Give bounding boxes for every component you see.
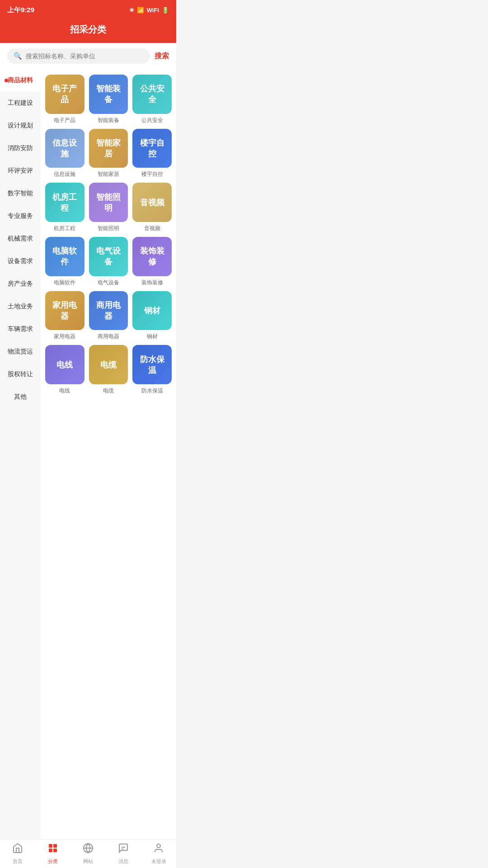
svg-rect-1 — [53, 844, 57, 848]
grid-label-machine-room: 机房工程 — [54, 225, 75, 232]
grid-item-machine-room[interactable]: 机房工程机房工程 — [45, 183, 84, 232]
grid-item-smart-lighting[interactable]: 智能照明智能照明 — [89, 183, 128, 232]
nav-item-website[interactable]: 网站 — [70, 839, 106, 868]
grid-card-smart-equip: 智能装备 — [89, 75, 128, 114]
grid-item-info-facility[interactable]: 信息设施信息设施 — [45, 129, 84, 179]
grid-label-steel: 钢材 — [147, 333, 158, 340]
bottom-nav: 首页分类网站消息未登录 — [0, 839, 176, 868]
sidebar-item-realestate[interactable]: 房产业务 — [0, 273, 41, 295]
sidebar-item-land[interactable]: 土地业务 — [0, 295, 41, 318]
grid-item-wire[interactable]: 电线电线 — [45, 345, 84, 395]
bluetooth-icon: ✳ — [129, 7, 134, 14]
svg-rect-3 — [53, 849, 57, 852]
sidebar-item-design[interactable]: 设计规划 — [0, 114, 41, 137]
time-label: 上午9:29 — [7, 6, 34, 14]
grid-label-info-facility: 信息设施 — [54, 170, 75, 178]
nav-label-message: 消息 — [118, 858, 128, 865]
nav-label-category: 分类 — [48, 858, 58, 865]
nav-icon-category — [47, 843, 58, 856]
status-bar: 上午9:29 ✳ 📶 WiFi 🔋 — [0, 0, 176, 20]
page-header: 招采分类 — [0, 20, 176, 43]
grid-card-steel: 钢材 — [132, 291, 172, 330]
grid-item-home-appliance[interactable]: 家用电器家用电器 — [45, 291, 84, 341]
svg-rect-0 — [49, 844, 52, 848]
grid-card-waterproof: 防水保温 — [132, 345, 172, 384]
grid-label-decoration: 装饰装修 — [141, 279, 163, 287]
signal-icon: 📶 — [137, 7, 144, 14]
grid-label-electronics: 电子产品 — [54, 117, 75, 124]
grid-item-smart-home[interactable]: 智能家居智能家居 — [89, 129, 128, 179]
grid-card-building-ctrl: 楼宇自控 — [132, 129, 172, 168]
sidebar-item-service[interactable]: 专业服务 — [0, 205, 41, 227]
grid-card-electronics: 电子产品 — [45, 75, 84, 114]
sidebar: 商品材料工程建设设计规划消防安防环评安评数字智能专业服务机械需求设备需求房产业务… — [0, 69, 41, 841]
grid-item-computer-soft[interactable]: 电脑软件电脑软件 — [45, 237, 84, 287]
search-button[interactable]: 搜索 — [155, 52, 169, 61]
grid-card-electrical-equip: 电气设备 — [89, 237, 128, 276]
sidebar-item-logistics[interactable]: 物流货运 — [0, 340, 41, 363]
nav-label-website: 网站 — [83, 858, 93, 865]
sidebar-item-digital[interactable]: 数字智能 — [0, 182, 41, 205]
grid-card-smart-lighting: 智能照明 — [89, 183, 128, 222]
grid-item-audio-video[interactable]: 音视频音视频 — [132, 183, 172, 232]
sidebar-item-machine[interactable]: 机械需求 — [0, 227, 41, 250]
page-title: 招采分类 — [70, 24, 106, 34]
grid-label-commercial-appliance: 商用电器 — [98, 333, 119, 340]
nav-item-message[interactable]: 消息 — [106, 839, 141, 868]
search-input[interactable] — [26, 52, 144, 60]
grid-label-home-appliance: 家用电器 — [54, 333, 75, 340]
sidebar-item-engineering[interactable]: 工程建设 — [0, 92, 41, 114]
grid-item-smart-equip[interactable]: 智能装备智能装备 — [89, 75, 128, 124]
grid-card-home-appliance: 家用电器 — [45, 291, 84, 330]
main-content: 商品材料工程建设设计规划消防安防环评安评数字智能专业服务机械需求设备需求房产业务… — [0, 69, 176, 841]
grid-label-public-safety: 公共安全 — [141, 117, 163, 124]
grid-item-building-ctrl[interactable]: 楼宇自控楼宇自控 — [132, 129, 172, 179]
nav-label-home: 首页 — [13, 858, 23, 865]
nav-icon-website — [83, 843, 94, 856]
grid-label-cable: 电缆 — [103, 387, 114, 395]
nav-icon-message — [118, 843, 129, 856]
sidebar-item-equity[interactable]: 股权转让 — [0, 363, 41, 386]
grid-label-smart-home: 智能家居 — [98, 170, 119, 178]
grid-item-public-safety[interactable]: 公共安全公共安全 — [132, 75, 172, 124]
wifi-icon: WiFi — [147, 7, 159, 14]
grid-item-steel[interactable]: 钢材钢材 — [132, 291, 172, 341]
sidebar-item-other[interactable]: 其他 — [0, 386, 41, 408]
nav-label-login: 未登录 — [151, 858, 166, 865]
grid-item-waterproof[interactable]: 防水保温防水保温 — [132, 345, 172, 395]
grid-item-decoration[interactable]: 装饰装修装饰装修 — [132, 237, 172, 287]
grid-card-cable: 电缆 — [89, 345, 128, 384]
sidebar-item-goods[interactable]: 商品材料 — [0, 69, 41, 92]
battery-icon: 🔋 — [162, 7, 169, 14]
nav-icon-home — [12, 843, 23, 856]
grid-label-computer-soft: 电脑软件 — [54, 279, 75, 287]
grid-card-info-facility: 信息设施 — [45, 129, 84, 168]
sidebar-item-fire[interactable]: 消防安防 — [0, 137, 41, 160]
grid-card-smart-home: 智能家居 — [89, 129, 128, 168]
grid-label-smart-equip: 智能装备 — [98, 117, 119, 124]
nav-item-home[interactable]: 首页 — [0, 839, 35, 868]
search-icon: 🔍 — [14, 52, 22, 60]
nav-item-category[interactable]: 分类 — [35, 839, 70, 868]
grid-card-commercial-appliance: 商用电器 — [89, 291, 128, 330]
search-input-wrap[interactable]: 🔍 — [7, 48, 150, 64]
grid-card-computer-soft: 电脑软件 — [45, 237, 84, 276]
grid-area: 电子产品电子产品智能装备智能装备公共安全公共安全信息设施信息设施智能家居智能家居… — [41, 69, 176, 841]
grid-card-audio-video: 音视频 — [132, 183, 172, 222]
sidebar-item-equipment[interactable]: 设备需求 — [0, 250, 41, 273]
grid-card-public-safety: 公共安全 — [132, 75, 172, 114]
sidebar-item-vehicle[interactable]: 车辆需求 — [0, 318, 41, 340]
grid-item-commercial-appliance[interactable]: 商用电器商用电器 — [89, 291, 128, 341]
grid-card-decoration: 装饰装修 — [132, 237, 172, 276]
svg-rect-2 — [49, 849, 52, 852]
grid-label-electrical-equip: 电气设备 — [98, 279, 119, 287]
nav-item-login[interactable]: 未登录 — [141, 839, 176, 868]
grid-item-cable[interactable]: 电缆电缆 — [89, 345, 128, 395]
grid-item-electronics[interactable]: 电子产品电子产品 — [45, 75, 84, 124]
grid-label-waterproof: 防水保温 — [141, 387, 163, 395]
grid-card-wire: 电线 — [45, 345, 84, 384]
grid-card-machine-room: 机房工程 — [45, 183, 84, 222]
grid-label-smart-lighting: 智能照明 — [98, 225, 119, 232]
grid-item-electrical-equip[interactable]: 电气设备电气设备 — [89, 237, 128, 287]
sidebar-item-env[interactable]: 环评安评 — [0, 160, 41, 182]
